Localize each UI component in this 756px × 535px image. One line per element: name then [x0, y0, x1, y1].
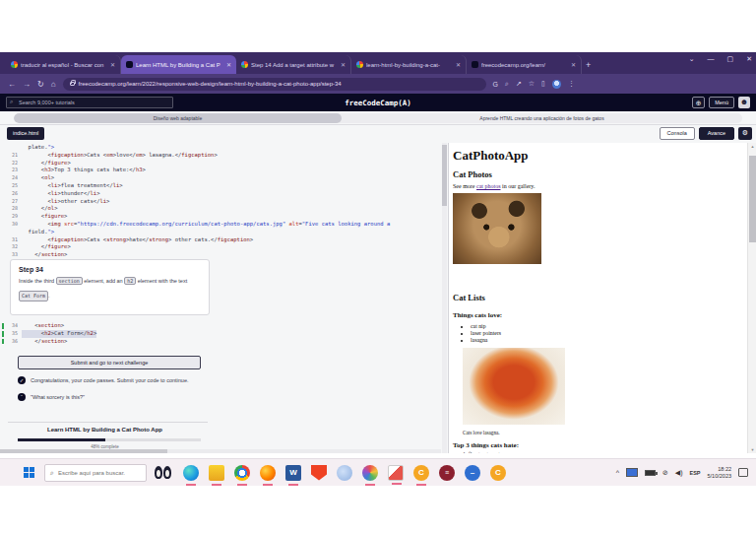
code-line-26[interactable]: 26 <li>thunder</li>: [0, 190, 433, 198]
battery-icon[interactable]: [645, 470, 656, 476]
profile-avatar[interactable]: [552, 80, 561, 89]
share-icon[interactable]: ↗: [516, 80, 522, 88]
scrollbar-thumb[interactable]: [442, 145, 447, 206]
code-text[interactable]: <li>thunder</li>: [22, 190, 100, 198]
code-text[interactable]: <li>flea treatment</li>: [22, 182, 123, 190]
start-button[interactable]: [24, 467, 34, 478]
code-line-29[interactable]: 29 <figure>: [0, 213, 433, 221]
code-editor-pane[interactable]: plate.">21 <figcaption>Cats <em>love</em…: [0, 143, 448, 453]
taskbar-orange-c2-icon[interactable]: C: [490, 465, 506, 481]
clock[interactable]: 18:22 5/10/2023: [708, 466, 731, 480]
gear-icon[interactable]: ⚙: [738, 127, 752, 140]
code-text[interactable]: plate.">: [22, 144, 54, 152]
forward-button[interactable]: →: [23, 80, 31, 89]
preview-scrollbar[interactable]: ▲ ▼: [747, 143, 756, 453]
code-text[interactable]: <figcaption>Cats <em>love</em> lasagna.<…: [22, 152, 218, 160]
taskbar-orange-c1-icon[interactable]: C: [413, 465, 429, 481]
scrollbar-thumb[interactable]: [749, 156, 756, 242]
code-line-22[interactable]: 22 </figure>: [0, 160, 433, 167]
course-progress-track[interactable]: Diseño web adaptable Aprende HTML creand…: [14, 113, 742, 123]
speaker-icon[interactable]: ◀): [675, 469, 683, 477]
code-line-36[interactable]: 36 </section>: [0, 338, 433, 346]
code-line-wrap[interactable]: plate.">: [0, 144, 433, 152]
browser-tab[interactable]: traducir al español - Buscar con ✕: [6, 55, 121, 74]
code-text[interactable]: <figcaption>Cats <strong>hate</strong> o…: [22, 236, 253, 244]
code-text[interactable]: <h3>Top 3 things cats hate:</h3>: [22, 167, 146, 174]
tab-close-icon[interactable]: ✕: [110, 61, 115, 68]
taskbar-explorer-icon[interactable]: [209, 465, 224, 481]
tab-close-icon[interactable]: ✕: [456, 61, 461, 68]
taskbar-firefox-icon[interactable]: [260, 465, 276, 481]
reload-button[interactable]: ↻: [37, 80, 44, 89]
scrollbar-thumb[interactable]: [0, 449, 167, 453]
code-text[interactable]: <section>: [22, 322, 64, 330]
code-line-21[interactable]: 21 <figcaption>Cats <em>love</em> lasagn…: [0, 152, 433, 160]
code-text[interactable]: </figure>: [22, 160, 71, 167]
code-line-32[interactable]: 32 </figure>: [0, 243, 433, 251]
code-text[interactable]: <h2>Cat Form</h2>: [22, 330, 96, 338]
code-text[interactable]: </figure>: [22, 243, 71, 251]
tab-search-chevron-icon[interactable]: ⌄: [689, 55, 695, 63]
code-line-34[interactable]: 34 <section>: [0, 322, 433, 330]
code-line-30[interactable]: 30 <img src="https://cdn.freecodecamp.or…: [0, 221, 433, 229]
code-text[interactable]: <li>other cats</li>: [22, 198, 109, 206]
network-off-icon[interactable]: ⊘: [662, 469, 668, 477]
code-line-28[interactable]: 28 </ol>: [0, 205, 433, 213]
course-title[interactable]: Learn HTML by Building a Cat Photo App: [0, 427, 210, 433]
code-line-27[interactable]: 27 <li>other cats</li>: [0, 198, 433, 206]
browser-tab[interactable]: learn-html-by-building-a-cat- ✕: [351, 55, 467, 74]
taskbar-chrome-icon[interactable]: [234, 465, 250, 481]
file-tab-indice-html[interactable]: indice.html: [7, 127, 44, 140]
code-text[interactable]: </section>: [22, 338, 67, 346]
lens-icon[interactable]: ⌕: [505, 80, 509, 88]
code-line-25[interactable]: 25 <li>flea treatment</li>: [0, 182, 433, 190]
code-text[interactable]: <ol>: [22, 174, 54, 182]
menu-kebab-icon[interactable]: ⋮: [568, 80, 575, 88]
translate-icon[interactable]: G: [493, 81, 498, 88]
tab-close-icon[interactable]: ✕: [341, 61, 346, 68]
tab-close-icon[interactable]: ✕: [226, 61, 231, 68]
side-panel-icon[interactable]: ▯: [541, 80, 545, 88]
notification-center-icon[interactable]: [738, 468, 748, 477]
language-indicator[interactable]: ESP: [690, 470, 701, 476]
taskbar-photos-icon[interactable]: [388, 465, 404, 481]
code-text[interactable]: field.">: [22, 229, 54, 236]
taskbar-dark-red-icon[interactable]: ≡: [439, 465, 455, 481]
browser-tab[interactable]: Step 14 Add a target attribute w ✕: [236, 55, 351, 74]
code-line-31[interactable]: 31 <figcaption>Cats <strong>hate</strong…: [0, 236, 433, 244]
close-button[interactable]: ✕: [746, 55, 752, 63]
code-text[interactable]: <img src="https://cdn.freecodecamp.org/c…: [22, 221, 390, 229]
advance-button[interactable]: Avance: [699, 127, 734, 140]
browser-tab[interactable]: Learn HTML by Building a Cat P ✕: [121, 55, 236, 74]
maximize-button[interactable]: ▢: [727, 55, 734, 63]
taskbar-word-icon[interactable]: W: [285, 465, 301, 481]
tab-close-icon[interactable]: ✕: [571, 61, 576, 68]
browser-tab[interactable]: freecodecamp.org/learn/ ✕: [467, 55, 582, 74]
taskbar-brave-icon[interactable]: [311, 465, 327, 481]
code-text[interactable]: </section>: [22, 251, 67, 259]
scroll-down-arrow-icon[interactable]: ▼: [748, 447, 756, 452]
cat-photos-link[interactable]: cat photos: [476, 183, 501, 189]
console-button[interactable]: Consola: [660, 127, 695, 140]
address-bar[interactable]: freecodecamp.org/learn/2022/responsive-w…: [63, 78, 486, 91]
hidden-icons-chevron-icon[interactable]: ^: [616, 469, 619, 476]
scroll-up-arrow-icon[interactable]: ▲: [748, 144, 756, 149]
editor-vertical-scrollbar[interactable]: [442, 143, 447, 453]
minimize-button[interactable]: —: [708, 55, 715, 63]
editor-horizontal-scrollbar[interactable]: [0, 449, 441, 453]
code-line-wrap[interactable]: field.">: [0, 229, 433, 236]
submit-button[interactable]: Submit and go to next challenge: [18, 356, 201, 369]
code-line-24[interactable]: 24 <ol>: [0, 174, 433, 182]
code-line-35[interactable]: 35 <h2>Cat Form</h2>: [0, 330, 433, 338]
taskbar-hand-icon[interactable]: [337, 465, 352, 481]
code-line-23[interactable]: 23 <h3>Top 3 things cats hate:</h3>: [0, 167, 433, 174]
taskbar-search-input[interactable]: [58, 470, 141, 476]
new-tab-button[interactable]: +: [586, 60, 591, 70]
taskbar-blue-dot-icon[interactable]: –: [465, 465, 480, 481]
back-button[interactable]: ←: [8, 80, 16, 89]
display-icon[interactable]: [626, 468, 638, 477]
taskbar-edge-icon[interactable]: [183, 465, 199, 481]
fcc-logo[interactable]: freeCodeCamp(A): [0, 99, 756, 107]
code-line-33[interactable]: 33 </section>: [0, 251, 433, 259]
bookmark-star-icon[interactable]: ☆: [529, 80, 535, 88]
